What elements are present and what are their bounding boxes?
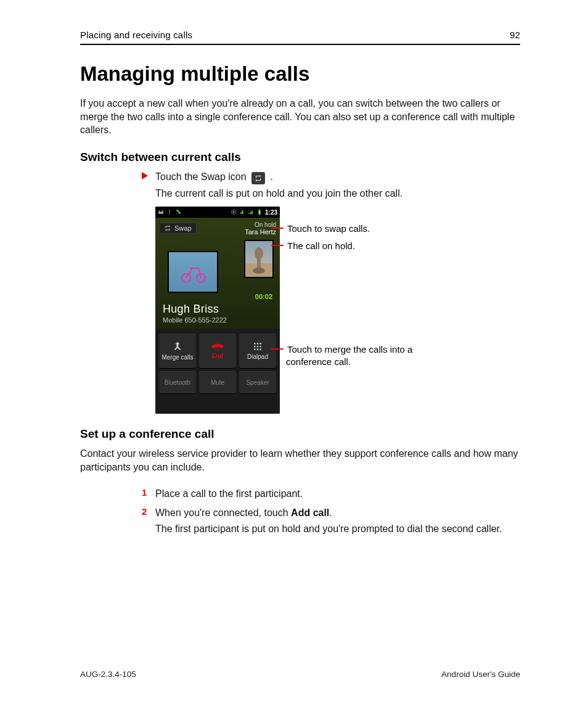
svg-point-9 — [259, 343, 261, 345]
svg-point-2 — [255, 247, 263, 260]
caller-number: Mobile 650-555-2222 — [163, 316, 227, 324]
mute-button[interactable]: Mute — [199, 371, 236, 393]
callout-merge: Touch to merge the calls into a conferen… — [286, 344, 412, 367]
caller-name: Hugh Briss — [163, 303, 227, 316]
page-footer: AUG-2.3.4-105 Android User's Guide — [80, 670, 520, 679]
svg-point-8 — [257, 343, 259, 345]
merge-calls-button[interactable]: Merge calls — [159, 334, 196, 368]
end-call-button[interactable]: End — [199, 334, 236, 368]
add-call-label: Add call — [291, 507, 329, 518]
on-hold-name: Tara Hertz — [214, 228, 276, 236]
step-post: . — [271, 171, 273, 182]
step-followup: The current call is put on hold and you … — [155, 187, 520, 200]
swap-button[interactable]: Swap — [159, 223, 197, 234]
mute-label: Mute — [211, 379, 224, 386]
dialpad-icon — [253, 342, 263, 351]
step-number-2: 2 — [142, 506, 147, 517]
page-number: 92 — [510, 30, 520, 40]
page-title: Managing multiple calls — [80, 62, 520, 86]
callout-line-icon — [271, 228, 284, 229]
call-timer: 00:02 — [255, 293, 272, 300]
svg-point-15 — [259, 349, 261, 351]
contact-photo-small — [244, 240, 274, 278]
heading-conference-call: Set up a conference call — [80, 427, 520, 441]
contact-photo-large — [168, 251, 218, 293]
bluetooth-label: Bluetooth — [165, 379, 190, 386]
svg-point-0 — [232, 211, 234, 213]
end-call-icon — [211, 342, 224, 351]
heading-switch-calls: Switch between current calls — [80, 150, 520, 164]
mail-icon — [158, 209, 164, 215]
end-label: End — [212, 353, 224, 359]
step-number-1: 1 — [142, 487, 147, 498]
step-2-followup: The first participant is put on hold and… — [155, 522, 520, 536]
swap-icon — [251, 172, 265, 184]
conference-intro: Contact your wireless service provider t… — [80, 447, 520, 474]
swap-icon — [164, 224, 171, 232]
svg-point-12 — [259, 346, 261, 348]
caller-info: Hugh Briss Mobile 650-555-2222 — [163, 303, 227, 324]
callout-line-icon — [271, 245, 284, 246]
swap-label: Swap — [174, 224, 192, 232]
section-name: Placing and receiving calls — [80, 30, 192, 40]
phone-mockup: 1:23 Swap On hold Tara Hertz 00:02 — [155, 207, 280, 414]
step-text: Touch the Swap icon . — [155, 170, 273, 184]
battery-icon — [256, 209, 263, 215]
on-hold-info: On hold Tara Hertz — [214, 221, 276, 236]
bluetooth-button[interactable]: Bluetooth — [159, 371, 196, 393]
status-bar: 1:23 — [155, 207, 280, 218]
phone-status-icon — [175, 209, 181, 215]
signal-icon — [248, 209, 254, 215]
step-2-pre: When you're connected, touch — [155, 507, 291, 518]
svg-point-4 — [253, 268, 265, 274]
callout-swap: Touch to swap calls. — [287, 223, 370, 234]
step-2-text: When you're connected, touch Add call. — [155, 506, 332, 520]
merge-label: Merge calls — [161, 354, 193, 361]
callout-onhold: The call on hold. — [287, 240, 355, 251]
screenshot-with-callouts: 1:23 Swap On hold Tara Hertz 00:02 — [155, 207, 520, 414]
dialpad-label: Dialpad — [247, 353, 268, 360]
step-1: 1 Place a call to the first participant. — [142, 487, 520, 501]
gps-icon — [231, 209, 237, 215]
triangle-bullet-icon — [142, 172, 148, 179]
step-2: 2 When you're connected, touch Add call. — [142, 506, 520, 520]
svg-point-14 — [257, 349, 259, 351]
usb-icon — [166, 209, 173, 215]
callout-line-icon — [271, 348, 284, 350]
svg-point-7 — [254, 343, 256, 345]
status-time: 1:23 — [265, 209, 277, 216]
step-2-post: . — [329, 507, 332, 518]
svg-point-13 — [254, 349, 256, 351]
step-1-text: Place a call to the first participant. — [155, 487, 303, 501]
on-hold-label: On hold — [214, 221, 276, 228]
svg-point-10 — [254, 346, 256, 348]
data-icon — [239, 209, 245, 215]
intro-paragraph: If you accept a new call when you're alr… — [80, 97, 520, 137]
dialpad-button[interactable]: Dialpad — [239, 334, 276, 368]
step-bullet: Touch the Swap icon . — [142, 170, 520, 184]
merge-icon — [172, 341, 183, 352]
svg-point-11 — [257, 346, 259, 348]
speaker-button[interactable]: Speaker — [239, 371, 276, 393]
running-header: Placing and receiving calls 92 — [80, 30, 520, 45]
speaker-label: Speaker — [246, 379, 269, 386]
doc-title: Android User's Guide — [441, 670, 520, 679]
step-pre: Touch the Swap icon — [155, 171, 247, 182]
doc-id: AUG-2.3.4-105 — [80, 670, 136, 679]
